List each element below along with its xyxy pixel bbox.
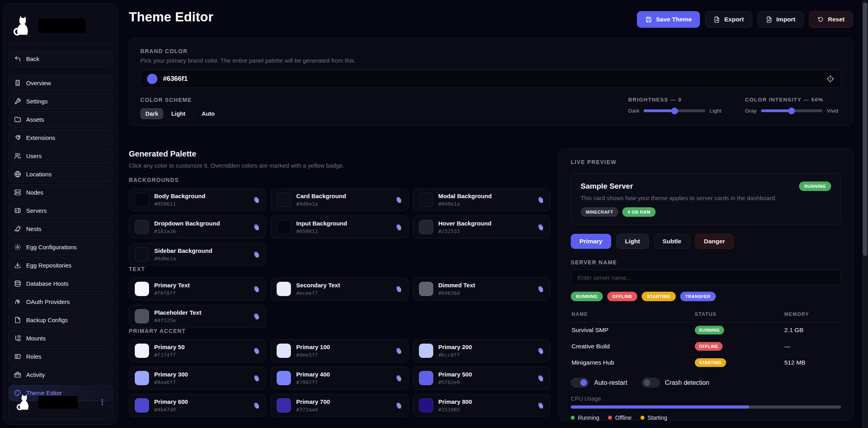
scheme-option-light[interactable]: Light [169,108,187,119]
toggle-switch[interactable] [642,378,660,388]
brand-color-swatch[interactable] [147,74,157,84]
toggle-auto-restart[interactable]: Auto-restart [571,378,627,388]
import-button[interactable]: Import [757,11,804,28]
color-hex: #0d0e1a [296,201,346,207]
palette-color-card-primary-100[interactable]: Primary 100#dee5ff [271,339,408,362]
sidebar-item-nodes[interactable]: Nodes [8,184,113,201]
status-legend: RunningOfflineStarting [571,415,841,421]
brightness-slider-thumb[interactable] [671,107,678,114]
sidebar-item-oauth-providers[interactable]: OAuth Providers [8,294,113,310]
sample-server-card[interactable]: Sample Server RUNNING This card shows ho… [571,173,841,225]
palette-color-card-primary-800[interactable]: Primary 800#251085 [413,394,551,417]
user-menu-dots-icon[interactable] [98,398,106,406]
sidebar-item-overview[interactable]: Overview [8,75,113,91]
palette-color-card-primary-200[interactable]: Primary 200#bcc8ff [413,339,551,362]
preview-button-light[interactable]: Light [616,234,649,249]
copy-button[interactable] [253,196,260,204]
copy-button[interactable] [395,402,403,409]
copy-button[interactable] [395,285,403,293]
color-picker-icon[interactable] [826,75,835,83]
toggle-crash-detection[interactable]: Crash detection [642,378,709,388]
copy-button[interactable] [537,402,545,409]
palette-color-card-primary-50[interactable]: Primary 50#f1f4ff [129,339,266,362]
sidebar-item-egg-configurations[interactable]: Egg Configurations [8,239,113,255]
copy-button[interactable] [253,285,260,293]
brand-color-input[interactable]: #6366f1 [140,70,841,88]
palette-color-card-placeholder-text[interactable]: Placeholder Text#4f525e [129,305,266,328]
sidebar-item-locations[interactable]: Locations [8,166,113,182]
live-preview-label: LIVE PREVIEW [571,159,841,165]
copy-button[interactable] [395,374,403,382]
palette-color-card-secondary-text[interactable]: Secondary Text#eceef7 [271,277,408,300]
palette-color-card-hover-background[interactable]: Hover Background#232533 [413,216,551,239]
sidebar-item-mounts[interactable]: Mounts [8,330,113,346]
user-card[interactable] [8,385,113,420]
palette-color-card-primary-500[interactable]: Primary 500#5f62e9 [413,367,551,390]
sidebar-item-activity[interactable]: Activity [8,367,113,383]
copy-button[interactable] [395,347,403,355]
sidebar-item-extensions[interactable]: Extensions [8,130,113,146]
sidebar-item-database-hosts[interactable]: Database Hosts [8,275,113,292]
preview-button-subtle[interactable]: Subtle [654,234,690,249]
preview-button-danger[interactable]: Danger [695,234,734,249]
table-row-creative-build[interactable]: Creative BuildOFFLINE— [571,338,841,355]
back-icon [14,55,21,62]
copy-button[interactable] [537,347,545,355]
save-theme-button[interactable]: Save Theme [637,11,700,28]
sidebar-item-settings[interactable]: Settings [8,93,113,109]
scrollbar-track[interactable] [862,0,868,428]
palette-color-card-primary-600[interactable]: Primary 600#4b47d0 [129,394,266,417]
color-name: Hover Background [438,220,491,227]
redacted-brand-name [38,19,85,33]
sidebar-item-backup-configs[interactable]: Backup Configs [8,312,113,328]
copy-button[interactable] [253,224,260,231]
server-name-input[interactable] [571,269,841,285]
copy-button[interactable] [253,347,260,355]
palette-color-card-modal-background[interactable]: Modal Background#0d0e1a [413,188,551,211]
palette-color-card-primary-300[interactable]: Primary 300#9aa6ff [129,367,266,390]
palette-color-card-dimmed-text[interactable]: Dimmed Text#60636d [413,277,551,300]
scheme-option-dark[interactable]: Dark [140,108,163,119]
toggle-switch[interactable] [571,378,589,388]
copy-button[interactable] [395,224,403,231]
color-scheme-label: COLOR SCHEME [140,97,217,103]
back-button[interactable]: Back [8,51,113,67]
palette-color-card-dropdown-background[interactable]: Dropdown Background#181a26 [129,216,266,239]
palette-color-card-primary-text[interactable]: Primary Text#f6f8ff [129,277,266,300]
sidebar-item-roles[interactable]: Roles [8,348,113,365]
preview-button-primary[interactable]: Primary [571,234,611,249]
palette-color-card-input-background[interactable]: Input Background#050611 [271,216,408,239]
copy-button[interactable] [395,196,403,204]
save-label: Save Theme [656,16,692,23]
copy-button[interactable] [253,313,260,320]
brightness-slider[interactable] [644,109,705,112]
intensity-slider-thumb[interactable] [788,107,795,114]
sidebar-item-nests[interactable]: Nests [8,221,113,237]
table-row-minigames-hub[interactable]: Minigames HubSTARTING512 MB [571,355,841,371]
palette-color-card-primary-400[interactable]: Primary 400#7982ff [271,367,408,390]
copy-button[interactable] [537,374,545,382]
palette-color-card-sidebar-background[interactable]: Sidebar Background#0d0e1a [129,243,266,266]
intensity-min-label: Gray [745,108,757,114]
copy-button[interactable] [253,402,260,409]
sidebar-item-servers[interactable]: Servers [8,203,113,219]
copy-button[interactable] [537,196,545,204]
reset-button[interactable]: Reset [809,11,853,28]
sidebar-item-egg-repositories[interactable]: Egg Repositories [8,257,113,273]
table-row-survival-smp[interactable]: Survival SMPRUNNING2.1 GB [571,322,841,338]
color-info: Placeholder Text#4f525e [154,309,201,323]
sidebar-item-assets[interactable]: Assets [8,111,113,128]
palette-color-card-primary-700[interactable]: Primary 700#372aad [271,394,408,417]
copy-button[interactable] [537,285,545,293]
sidebar-item-users[interactable]: Users [8,148,113,164]
color-swatch [419,344,433,358]
copy-button[interactable] [253,251,260,258]
intensity-slider[interactable] [761,109,822,112]
scheme-option-auto[interactable]: Auto [199,108,217,119]
palette-color-card-card-background[interactable]: Card Background#0d0e1a [271,188,408,211]
copy-button[interactable] [253,374,260,382]
scrollbar-thumb[interactable] [863,2,867,256]
palette-color-card-body-background[interactable]: Body Background#050611 [129,188,266,211]
copy-button[interactable] [537,224,545,231]
export-button[interactable]: Export [705,11,752,28]
